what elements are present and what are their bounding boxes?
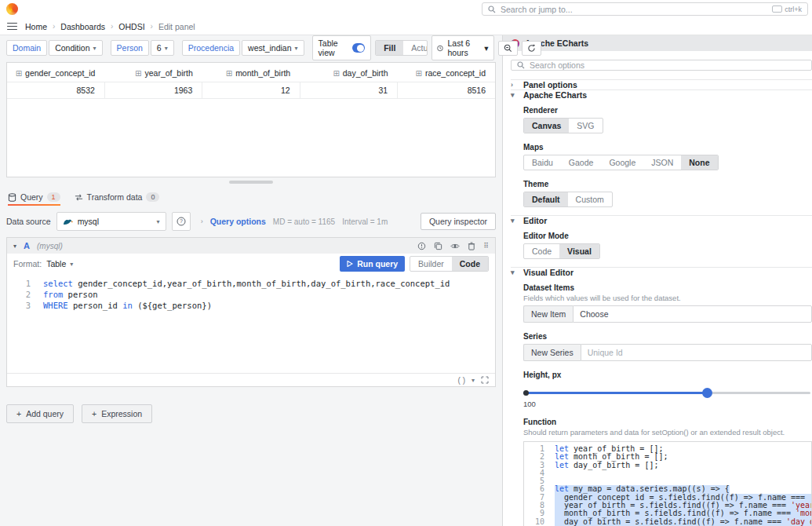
- visual-editor-options: Dataset Items Fields which values will b…: [511, 277, 812, 526]
- braces-icon[interactable]: ( ): [458, 376, 465, 385]
- radio-option-code[interactable]: Code: [524, 244, 559, 258]
- breadcrumb-item[interactable]: OHDSI: [118, 22, 144, 31]
- slider-handle[interactable]: [702, 388, 712, 398]
- hide-query-icon[interactable]: [450, 242, 460, 250]
- datasource-label: Data source: [6, 217, 51, 226]
- query-tabs: Query 1 Transform data 0: [6, 187, 496, 206]
- plus-icon: +: [92, 409, 96, 418]
- table-view-toggle[interactable]: [352, 43, 366, 53]
- chevron-down-icon: ▾: [70, 261, 73, 268]
- tab-query[interactable]: Query 1: [8, 192, 60, 206]
- series-unique-id-input[interactable]: Unique Id: [581, 344, 812, 361]
- add-query-button[interactable]: + Add query: [6, 404, 74, 423]
- table-column-header[interactable]: ⊞race_concept_id: [398, 63, 495, 82]
- radio-option-google[interactable]: Google: [601, 155, 643, 170]
- duplicate-query-icon[interactable]: [434, 242, 442, 250]
- expand-icon[interactable]: [481, 376, 489, 384]
- variable-control: DomainCondition ▾: [6, 40, 103, 56]
- top-nav: Search or jump to... ctrl+k: [0, 0, 812, 18]
- table-column-header[interactable]: ⊞day_of_birth: [300, 63, 397, 82]
- section-visual-editor[interactable]: ▾ Visual Editor: [511, 267, 812, 277]
- visualization-picker[interactable]: Apache ECharts: [503, 35, 812, 51]
- section-panel-options[interactable]: › Panel options: [511, 79, 812, 89]
- query-count-badge: 1: [47, 192, 60, 202]
- query-inspector-button[interactable]: Query inspector: [421, 213, 496, 230]
- maps-label: Maps: [523, 143, 812, 152]
- table-column-header[interactable]: ⊞year_of_birth: [104, 63, 202, 82]
- zoom-out-button[interactable]: [498, 41, 518, 56]
- query-history-icon[interactable]: [417, 242, 426, 250]
- radio-option-actual[interactable]: Actual: [403, 41, 428, 55]
- panel-resize-handle[interactable]: [229, 181, 273, 184]
- series-control: New Series Unique Id: [523, 344, 812, 361]
- radio-option-code[interactable]: Code: [452, 257, 488, 271]
- query-datasource-hint: (mysql): [37, 242, 63, 250]
- radio-option-json[interactable]: JSON: [643, 155, 681, 170]
- query-ref-id[interactable]: A: [24, 241, 30, 250]
- breadcrumb-item[interactable]: Dashboards: [60, 22, 105, 31]
- radio-option-none[interactable]: None: [681, 155, 717, 170]
- query-options-link[interactable]: Query options: [210, 217, 266, 226]
- collapse-chevron-icon[interactable]: ▾: [13, 243, 16, 250]
- series-label: Series: [523, 332, 812, 341]
- breadcrumb-separator: ›: [111, 22, 113, 31]
- radio-option-canvas[interactable]: Canvas: [524, 119, 569, 133]
- table-cell: 1963: [104, 82, 202, 99]
- radio-option-builder[interactable]: Builder: [410, 257, 452, 271]
- function-code-line: 3let day_of_birth = [];: [524, 462, 811, 469]
- renderer-group: CanvasSVG: [523, 118, 603, 133]
- variable-value-dropdown[interactable]: 6 ▾: [151, 40, 174, 56]
- function-code-editor[interactable]: 1let year_of_birth = [];2let month_of_bi…: [523, 441, 812, 526]
- delete-query-icon[interactable]: [468, 242, 475, 250]
- breadcrumb-item[interactable]: Home: [25, 22, 47, 31]
- chevron-down-icon: ▾: [157, 218, 160, 225]
- datasource-value: mysql: [78, 217, 99, 226]
- new-item-button[interactable]: New Item: [523, 305, 573, 323]
- datasource-select[interactable]: mysql ▾: [56, 212, 166, 231]
- expression-button[interactable]: + Expression: [82, 404, 152, 423]
- query-editor-card: ▾ A (mysql) ⠿ Format: Table ▾: [6, 237, 496, 387]
- section-apache-echarts[interactable]: ▾ Apache ECharts: [511, 89, 812, 100]
- time-range-picker[interactable]: Last 6 hours ▾: [431, 35, 493, 60]
- options-scroll-area: Search options › Panel options ▾ Apache …: [503, 51, 812, 526]
- run-query-button[interactable]: Run query: [340, 256, 405, 272]
- breadcrumb: Home›Dashboards›OHDSI›Edit panel: [25, 22, 195, 31]
- editor-mode-group: CodeVisual: [523, 243, 600, 259]
- radio-option-default[interactable]: Default: [524, 192, 568, 206]
- tab-transform-data[interactable]: Transform data 0: [75, 192, 160, 206]
- height-slider[interactable]: [523, 387, 810, 398]
- svg-text:?: ?: [180, 218, 183, 224]
- radio-option-baidu[interactable]: Baidu: [524, 155, 561, 170]
- radio-option-visual[interactable]: Visual: [559, 244, 599, 258]
- table-cell: 31: [300, 82, 397, 99]
- drag-handle-icon[interactable]: ⠿: [483, 242, 489, 250]
- dataset-item-select[interactable]: Choose: [573, 305, 812, 323]
- variable-label: Procedencia: [182, 40, 240, 56]
- new-series-button[interactable]: New Series: [523, 344, 581, 361]
- global-search-input[interactable]: Search or jump to... ctrl+k: [482, 2, 808, 16]
- radio-option-gaode[interactable]: Gaode: [561, 155, 602, 170]
- radio-option-fill[interactable]: Fill: [376, 41, 403, 55]
- query-options: › Query options MD = auto = 1165 Interva…: [201, 217, 388, 226]
- chevron-down-icon[interactable]: ▾: [472, 377, 475, 384]
- format-select[interactable]: Table ▾: [46, 259, 73, 268]
- refresh-button[interactable]: [522, 41, 541, 56]
- radio-option-custom[interactable]: Custom: [568, 192, 612, 206]
- function-label: Function: [523, 418, 812, 426]
- table-column-header[interactable]: ⊞gender_concept_id: [7, 63, 104, 82]
- table-view-control: Table view: [312, 35, 372, 60]
- radio-option-svg[interactable]: SVG: [569, 119, 602, 133]
- section-editor[interactable]: ▾ Editor: [511, 215, 812, 225]
- options-search-input[interactable]: Search options: [511, 60, 812, 71]
- variable-value-dropdown[interactable]: west_indian ▾: [242, 40, 304, 56]
- panel-options-sidebar: Apache ECharts Search options › Panel op…: [502, 35, 812, 526]
- grafana-logo-icon[interactable]: [6, 3, 18, 15]
- sql-code-editor[interactable]: 1select gender_concept_id,year_of_birth,…: [7, 274, 495, 373]
- sql-code-line: 3WHERE person_id in (${get_person}): [7, 300, 495, 311]
- variable-value-dropdown[interactable]: Condition ▾: [49, 40, 102, 56]
- apache-echarts-options: Renderer CanvasSVG Maps BaiduGaodeGoogle…: [511, 100, 812, 215]
- edit-panel-left: DomainCondition ▾Person6 ▾Procedenciawes…: [0, 35, 502, 526]
- menu-icon[interactable]: [7, 23, 17, 31]
- datasource-help-button[interactable]: ?: [172, 212, 191, 231]
- table-column-header[interactable]: ⊞month_of_birth: [202, 63, 300, 82]
